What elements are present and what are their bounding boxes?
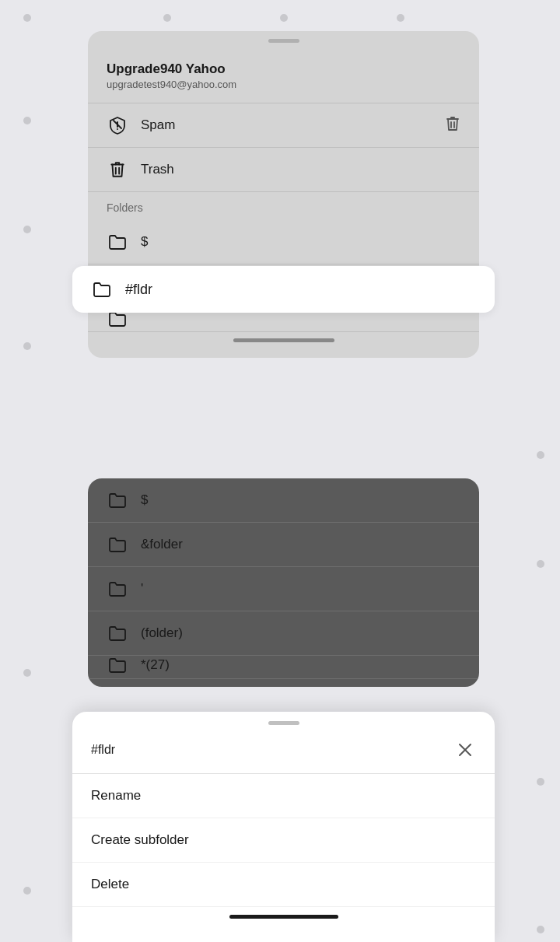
decorative-dot (23, 226, 31, 233)
dark-folder-ampfolder-label: &folder (141, 537, 460, 552)
dark-folder-dollar[interactable]: $ (88, 478, 479, 523)
decorative-dot (537, 926, 544, 933)
folder-icon-dark (107, 534, 128, 555)
decorative-dot (23, 342, 31, 350)
dark-folder-card: $ &folder ' (folder) (88, 478, 479, 687)
highlighted-folder-item[interactable]: #fldr (72, 266, 495, 313)
folder-dollar-label: $ (141, 234, 460, 250)
decorative-dot (280, 14, 288, 22)
dark-folder-dollar-label: $ (141, 492, 460, 508)
dark-folder-paren-label: (folder) (141, 625, 460, 641)
bottom-indicator (233, 338, 334, 342)
folder-icon-highlighted (91, 278, 113, 300)
spam-menu-item[interactable]: Spam (88, 103, 479, 148)
decorative-dot (23, 117, 31, 124)
context-menu-sheet: #fldr Rename Create subfolder Delete (72, 712, 495, 942)
dark-folder-tick[interactable]: ' (88, 567, 479, 611)
decorative-dot (23, 14, 31, 22)
dark-folder-paren[interactable]: (folder) (88, 611, 479, 656)
spam-label: Spam (141, 117, 445, 133)
rename-action[interactable]: Rename (72, 774, 495, 818)
decorative-dot (23, 887, 31, 895)
decorative-dot (537, 451, 544, 459)
folders-section-label: Folders (88, 192, 479, 220)
dark-folder-partial-label: *(27) (141, 657, 460, 673)
folder-icon (107, 231, 128, 253)
decorative-dot (397, 14, 404, 22)
account-name: Upgrade940 Yahoo (107, 61, 460, 77)
spam-icon (107, 114, 128, 136)
highlighted-folder-label: #fldr (125, 282, 152, 298)
trash-icon (107, 159, 128, 180)
account-email: upgradetest940@yahoo.com (107, 79, 460, 90)
decorative-dot (537, 560, 544, 568)
sheet-header: #fldr (72, 731, 495, 774)
trash-label: Trash (141, 162, 460, 177)
folder-icon-dark (107, 578, 128, 600)
spam-delete-icon[interactable] (445, 115, 460, 136)
delete-action[interactable]: Delete (72, 863, 495, 907)
home-indicator (229, 915, 338, 919)
svg-point-1 (117, 128, 118, 130)
account-section: Upgrade940 Yahoo upgradetest940@yahoo.co… (88, 55, 479, 103)
sheet-title: #fldr (91, 743, 115, 757)
folder-icon-dark (107, 489, 128, 511)
trash-menu-item[interactable]: Trash (88, 148, 479, 192)
dark-folder-tick-label: ' (141, 581, 460, 597)
sheet-drag-handle (268, 721, 299, 725)
decorative-dot (537, 778, 544, 786)
dark-folder-partial: *(27) (88, 656, 479, 679)
folder-item-dollar[interactable]: $ (88, 220, 479, 264)
drag-handle (268, 39, 299, 43)
close-button[interactable] (454, 739, 476, 761)
decorative-dot (23, 669, 31, 677)
dark-folder-ampfolder[interactable]: &folder (88, 523, 479, 567)
decorative-dot (163, 14, 171, 22)
folder-icon-dark-partial (107, 656, 128, 676)
create-subfolder-action[interactable]: Create subfolder (72, 818, 495, 863)
folder-icon-dark (107, 622, 128, 644)
